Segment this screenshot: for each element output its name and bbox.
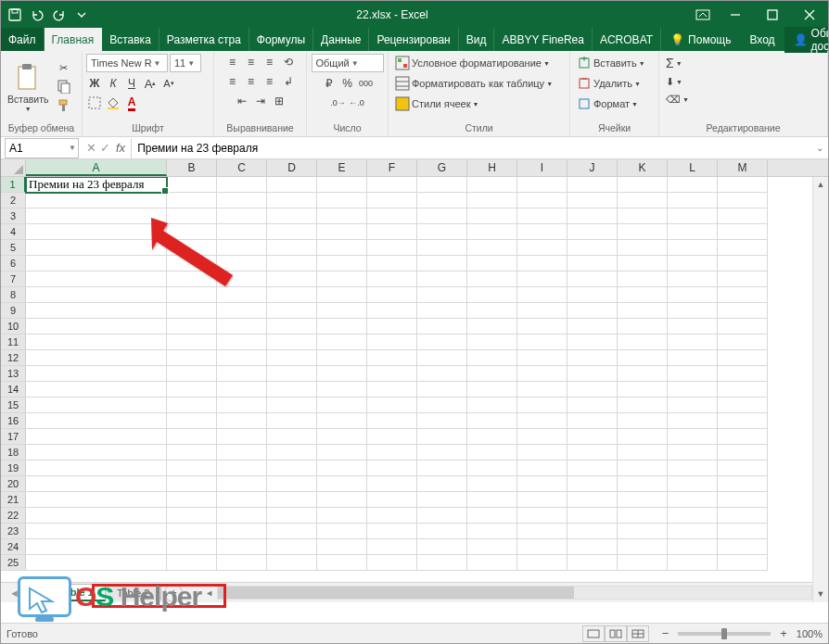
cell[interactable] (718, 271, 768, 287)
cell[interactable] (267, 461, 317, 476)
cell[interactable] (517, 508, 568, 524)
zoom-level[interactable]: 100% (797, 628, 823, 639)
align-middle-button[interactable]: ≡ (243, 54, 260, 70)
cell[interactable] (26, 240, 167, 256)
cell[interactable] (467, 287, 517, 303)
cell[interactable] (668, 382, 718, 398)
row-header[interactable]: 24 (1, 539, 26, 555)
cell[interactable] (26, 461, 167, 476)
cancel-formula-icon[interactable]: ✕ (86, 141, 96, 155)
cell[interactable] (618, 224, 668, 240)
cell[interactable] (618, 524, 668, 539)
border-button[interactable] (86, 95, 103, 111)
cell[interactable] (568, 476, 618, 492)
cell[interactable] (217, 240, 267, 256)
cell[interactable] (267, 429, 317, 445)
cell[interactable] (668, 256, 718, 271)
cell[interactable] (568, 256, 618, 271)
cell[interactable] (668, 177, 718, 193)
page-layout-button[interactable] (605, 625, 627, 642)
cell[interactable] (618, 398, 668, 413)
cell[interactable] (718, 555, 768, 571)
cell[interactable] (718, 508, 768, 524)
cell[interactable] (467, 461, 517, 476)
cell[interactable] (517, 208, 568, 224)
cell[interactable] (167, 208, 217, 224)
cell[interactable] (718, 539, 768, 555)
cell[interactable] (217, 303, 267, 319)
cell[interactable] (26, 319, 167, 335)
cell[interactable] (167, 461, 217, 476)
cell[interactable] (317, 319, 367, 335)
cell[interactable] (718, 319, 768, 335)
cell[interactable] (167, 445, 217, 461)
cell[interactable] (367, 303, 417, 319)
cell[interactable] (618, 445, 668, 461)
namebox-dropdown-icon[interactable]: ▼ (69, 144, 76, 152)
cell[interactable] (517, 350, 568, 366)
cell[interactable] (668, 413, 718, 429)
cell[interactable] (668, 224, 718, 240)
cell[interactable] (167, 271, 217, 287)
cell[interactable] (417, 524, 467, 539)
cell[interactable] (217, 398, 267, 413)
cell[interactable] (668, 508, 718, 524)
cell[interactable] (668, 539, 718, 555)
cell[interactable] (718, 445, 768, 461)
cell[interactable] (467, 335, 517, 350)
delete-cells-button[interactable]: Удалить▼ (574, 74, 644, 93)
cell[interactable] (367, 240, 417, 256)
cell[interactable] (467, 445, 517, 461)
hscroll-left-icon[interactable]: ◄ (201, 588, 217, 598)
row-header[interactable]: 16 (1, 413, 26, 429)
cell[interactable] (26, 492, 167, 508)
cell[interactable] (217, 524, 267, 539)
minimize-button[interactable] (717, 1, 754, 28)
row-header[interactable]: 7 (1, 271, 26, 287)
cell[interactable] (317, 224, 367, 240)
cell[interactable] (417, 445, 467, 461)
cell[interactable] (367, 177, 417, 193)
format-painter-button[interactable] (54, 96, 74, 115)
cell[interactable] (417, 413, 467, 429)
cell[interactable] (417, 303, 467, 319)
cell[interactable] (167, 492, 217, 508)
cell[interactable] (267, 271, 317, 287)
cell[interactable] (26, 303, 167, 319)
cell[interactable] (417, 224, 467, 240)
column-header[interactable]: H (467, 159, 517, 176)
cell[interactable] (217, 366, 267, 382)
cell[interactable] (467, 303, 517, 319)
cell[interactable] (217, 445, 267, 461)
cell[interactable] (217, 555, 267, 571)
tab-review[interactable]: Рецензирован (369, 28, 458, 51)
select-all-corner[interactable] (1, 159, 26, 176)
cell[interactable] (217, 193, 267, 208)
cell[interactable] (267, 382, 317, 398)
cell[interactable] (618, 177, 668, 193)
cell[interactable] (467, 524, 517, 539)
zoom-out-button[interactable]: − (658, 626, 673, 640)
cell[interactable] (317, 445, 367, 461)
cell[interactable] (367, 539, 417, 555)
cell[interactable] (167, 303, 217, 319)
cell[interactable] (568, 413, 618, 429)
cell[interactable] (467, 476, 517, 492)
orientation-button[interactable]: ⟲ (280, 54, 297, 70)
cell[interactable] (668, 303, 718, 319)
cell[interactable] (317, 303, 367, 319)
row-header[interactable]: 14 (1, 382, 26, 398)
cell[interactable] (26, 193, 167, 208)
cell[interactable] (517, 335, 568, 350)
font-size-combo[interactable]: 11▼ (170, 54, 201, 72)
cell[interactable] (26, 524, 167, 539)
cell[interactable] (367, 382, 417, 398)
undo-icon[interactable] (27, 5, 47, 25)
cell[interactable] (26, 335, 167, 350)
cell[interactable] (367, 319, 417, 335)
cell[interactable] (267, 208, 317, 224)
cell[interactable] (217, 350, 267, 366)
cell[interactable] (517, 429, 568, 445)
cell[interactable] (417, 476, 467, 492)
cell[interactable] (217, 476, 267, 492)
